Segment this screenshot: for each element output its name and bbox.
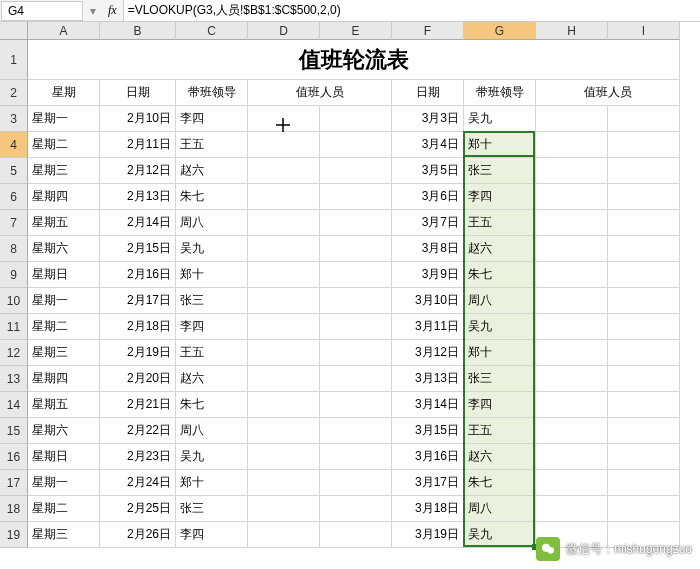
cell-date-1[interactable]: 2月18日 <box>100 314 176 340</box>
cells-area[interactable]: 值班轮流表星期日期带班领导值班人员日期带班领导值班人员星期一2月10日李四3月3… <box>28 40 680 548</box>
cell-date-2[interactable]: 3月19日 <box>392 522 464 548</box>
row-header-6[interactable]: 6 <box>0 184 28 210</box>
cell-duty-2b[interactable] <box>608 314 680 340</box>
cell-date-1[interactable]: 2月15日 <box>100 236 176 262</box>
cell-lead-1[interactable]: 朱七 <box>176 392 248 418</box>
col-header-F[interactable]: F <box>392 22 464 40</box>
cell-duty-1a[interactable] <box>248 314 320 340</box>
cell-weekday[interactable]: 星期四 <box>28 184 100 210</box>
cell-duty-1a[interactable] <box>248 158 320 184</box>
cell-duty-1b[interactable] <box>320 236 392 262</box>
cell-duty-2b[interactable] <box>608 496 680 522</box>
cell-date-2[interactable]: 3月18日 <box>392 496 464 522</box>
cell-date-1[interactable]: 2月14日 <box>100 210 176 236</box>
cell-date-2[interactable]: 3月5日 <box>392 158 464 184</box>
cell-date-1[interactable]: 2月25日 <box>100 496 176 522</box>
row-header-3[interactable]: 3 <box>0 106 28 132</box>
cell-date-1[interactable]: 2月19日 <box>100 340 176 366</box>
cell-weekday[interactable]: 星期日 <box>28 444 100 470</box>
cell-lead-1[interactable]: 赵六 <box>176 366 248 392</box>
cell-duty-1b[interactable] <box>320 132 392 158</box>
row-header-17[interactable]: 17 <box>0 470 28 496</box>
cell-lead-1[interactable]: 张三 <box>176 496 248 522</box>
cell-duty-2a[interactable] <box>536 340 608 366</box>
cell-duty-2b[interactable] <box>608 366 680 392</box>
cell-date-1[interactable]: 2月12日 <box>100 158 176 184</box>
row-header-13[interactable]: 13 <box>0 366 28 392</box>
cell-duty-2a[interactable] <box>536 262 608 288</box>
cell-duty-2a[interactable] <box>536 366 608 392</box>
cell-date-2[interactable]: 3月8日 <box>392 236 464 262</box>
cell-lead-2[interactable]: 李四 <box>464 392 536 418</box>
cell-lead-2[interactable]: 朱七 <box>464 262 536 288</box>
cell-duty-1a[interactable] <box>248 184 320 210</box>
cell-duty-1a[interactable] <box>248 340 320 366</box>
cell-duty-1b[interactable] <box>320 366 392 392</box>
cell-weekday[interactable]: 星期五 <box>28 392 100 418</box>
cell-weekday[interactable]: 星期三 <box>28 340 100 366</box>
cell-weekday[interactable]: 星期二 <box>28 314 100 340</box>
cell-duty-1b[interactable] <box>320 210 392 236</box>
cell-duty-1a[interactable] <box>248 392 320 418</box>
row-header-19[interactable]: 19 <box>0 522 28 548</box>
cell-duty-1a[interactable] <box>248 106 320 132</box>
cell-date-2[interactable]: 3月14日 <box>392 392 464 418</box>
cell-date-1[interactable]: 2月11日 <box>100 132 176 158</box>
cell-lead-1[interactable]: 吴九 <box>176 236 248 262</box>
cell-duty-2b[interactable] <box>608 106 680 132</box>
cell-duty-1b[interactable] <box>320 470 392 496</box>
cell-lead-2[interactable]: 王五 <box>464 210 536 236</box>
cell-duty-1b[interactable] <box>320 184 392 210</box>
cell-duty-2a[interactable] <box>536 106 608 132</box>
cell-lead-2[interactable]: 吴九 <box>464 106 536 132</box>
cell-date-1[interactable]: 2月16日 <box>100 262 176 288</box>
cell-date-1[interactable]: 2月10日 <box>100 106 176 132</box>
col-header-E[interactable]: E <box>320 22 392 40</box>
cell-weekday[interactable]: 星期日 <box>28 262 100 288</box>
row-header-2[interactable]: 2 <box>0 80 28 106</box>
namebox-dropdown-icon[interactable]: ▾ <box>84 4 102 18</box>
cell-duty-1a[interactable] <box>248 444 320 470</box>
cell-date-2[interactable]: 3月17日 <box>392 470 464 496</box>
cell-date-1[interactable]: 2月17日 <box>100 288 176 314</box>
cell-lead-2[interactable]: 郑十 <box>464 132 536 158</box>
formula-input[interactable]: =VLOOKUP(G3,人员!$B$1:$C$500,2,0) <box>123 0 700 21</box>
cell-lead-1[interactable]: 郑十 <box>176 262 248 288</box>
cell-date-1[interactable]: 2月13日 <box>100 184 176 210</box>
cell-duty-1b[interactable] <box>320 496 392 522</box>
col-header-D[interactable]: D <box>248 22 320 40</box>
cell-duty-2a[interactable] <box>536 132 608 158</box>
cell-date-1[interactable]: 2月23日 <box>100 444 176 470</box>
cell-lead-1[interactable]: 王五 <box>176 132 248 158</box>
col-header-C[interactable]: C <box>176 22 248 40</box>
row-header-12[interactable]: 12 <box>0 340 28 366</box>
select-all-corner[interactable] <box>0 22 28 40</box>
cell-date-2[interactable]: 3月12日 <box>392 340 464 366</box>
cell-duty-1b[interactable] <box>320 340 392 366</box>
cell-lead-1[interactable]: 吴九 <box>176 444 248 470</box>
cell-duty-2a[interactable] <box>536 470 608 496</box>
cell-lead-2[interactable]: 王五 <box>464 418 536 444</box>
cell-duty-2a[interactable] <box>536 314 608 340</box>
cell-duty-2b[interactable] <box>608 132 680 158</box>
cell-duty-2a[interactable] <box>536 392 608 418</box>
cell-date-2[interactable]: 3月15日 <box>392 418 464 444</box>
cell-lead-1[interactable]: 郑十 <box>176 470 248 496</box>
row-header-18[interactable]: 18 <box>0 496 28 522</box>
cell-date-2[interactable]: 3月4日 <box>392 132 464 158</box>
row-header-11[interactable]: 11 <box>0 314 28 340</box>
cell-duty-2b[interactable] <box>608 418 680 444</box>
row-header-7[interactable]: 7 <box>0 210 28 236</box>
cell-duty-1b[interactable] <box>320 418 392 444</box>
cell-duty-2a[interactable] <box>536 184 608 210</box>
cell-weekday[interactable]: 星期一 <box>28 470 100 496</box>
col-header-A[interactable]: A <box>28 22 100 40</box>
cell-weekday[interactable]: 星期一 <box>28 288 100 314</box>
cell-duty-1b[interactable] <box>320 158 392 184</box>
cell-lead-2[interactable]: 吴九 <box>464 522 536 548</box>
cell-duty-1a[interactable] <box>248 496 320 522</box>
cell-lead-1[interactable]: 李四 <box>176 314 248 340</box>
cell-lead-2[interactable]: 朱七 <box>464 470 536 496</box>
cell-weekday[interactable]: 星期六 <box>28 236 100 262</box>
cell-lead-2[interactable]: 吴九 <box>464 314 536 340</box>
